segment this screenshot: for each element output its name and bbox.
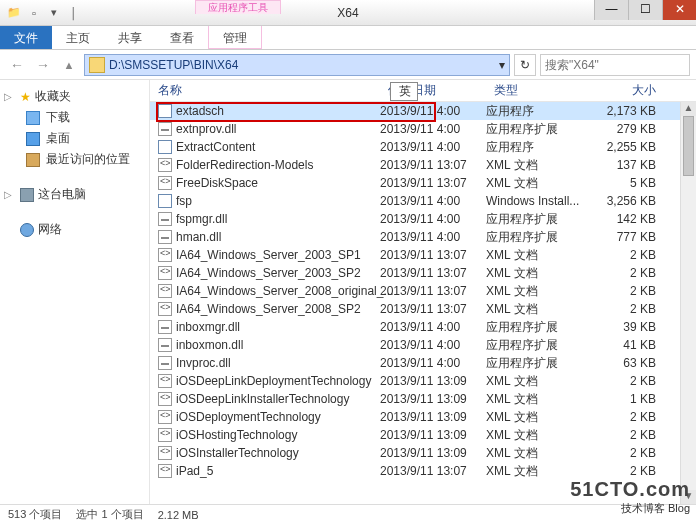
favorites-header[interactable]: ▷ ★ 收藏夹	[4, 86, 145, 107]
file-name: iOSDeepLinkDeploymentTechnology	[176, 374, 371, 388]
file-row[interactable]: IA64_Windows_Server_2003_SP22013/9/11 13…	[150, 264, 696, 282]
caret-icon: ▷	[4, 91, 16, 102]
col-size[interactable]: 大小	[596, 82, 666, 99]
sidebar-item-downloads[interactable]: 下载	[4, 107, 145, 128]
file-row[interactable]: IA64_Windows_Server_2003_SP12013/9/11 13…	[150, 246, 696, 264]
file-size: 2,173 KB	[596, 104, 666, 118]
sidebar-item-desktop[interactable]: 桌面	[4, 128, 145, 149]
file-type: XML 文档	[486, 427, 596, 444]
qat-divider: │	[66, 5, 82, 21]
address-dropdown-icon[interactable]: ▾	[499, 58, 505, 72]
watermark: 51CTO.com 技术博客 Blog	[570, 478, 690, 516]
sidebar-item-recent[interactable]: 最近访问的位置	[4, 149, 145, 170]
qat-item[interactable]: ▾	[46, 5, 62, 21]
file-type: XML 文档	[486, 391, 596, 408]
file-type: XML 文档	[486, 283, 596, 300]
file-date: 2013/9/11 13:07	[380, 176, 486, 190]
vertical-scrollbar[interactable]: ▲ ▼	[680, 102, 696, 504]
tab-share[interactable]: 共享	[104, 26, 156, 49]
file-row[interactable]: FreeDiskSpace2013/9/11 13:07XML 文档5 KB	[150, 174, 696, 192]
file-icon	[158, 320, 172, 334]
file-type: 应用程序扩展	[486, 319, 596, 336]
star-icon: ★	[20, 90, 31, 104]
column-headers: 名称 修改日期 类型 大小 英	[150, 80, 696, 102]
folder-icon: 📁	[6, 5, 22, 21]
file-row[interactable]: FolderRedirection-Models2013/9/11 13:07X…	[150, 156, 696, 174]
caret-icon: ▷	[4, 189, 16, 200]
nav-pane: ▷ ★ 收藏夹 下载 桌面 最近访问的位置 ▷ 这台电脑 网络	[0, 80, 150, 504]
tab-manage[interactable]: 管理	[208, 26, 262, 49]
file-name: IA64_Windows_Server_2008_SP2	[176, 302, 361, 316]
file-name: inboxmgr.dll	[176, 320, 240, 334]
file-row[interactable]: iOSInstallerTechnology2013/9/11 13:09XML…	[150, 444, 696, 462]
file-date: 2013/9/11 13:07	[380, 266, 486, 280]
file-icon	[158, 302, 172, 316]
file-name: iOSDeploymentTechnology	[176, 410, 321, 424]
thispc-header[interactable]: ▷ 这台电脑	[4, 184, 145, 205]
file-row[interactable]: iOSDeploymentTechnology2013/9/11 13:09XM…	[150, 408, 696, 426]
file-icon	[158, 158, 172, 172]
up-button[interactable]: ▲	[58, 54, 80, 76]
file-row[interactable]: extadsch2013/9/11 4:00应用程序2,173 KB	[150, 102, 696, 120]
thispc-label: 这台电脑	[38, 186, 86, 203]
qat-item[interactable]: ▫	[26, 5, 42, 21]
scroll-up-icon[interactable]: ▲	[681, 102, 696, 116]
file-date: 2013/9/11 13:09	[380, 374, 486, 388]
file-date: 2013/9/11 4:00	[380, 320, 486, 334]
file-name: Invproc.dll	[176, 356, 231, 370]
file-type: XML 文档	[486, 247, 596, 264]
scroll-thumb[interactable]	[683, 116, 694, 176]
file-row[interactable]: extnprov.dll2013/9/11 4:00应用程序扩展279 KB	[150, 120, 696, 138]
back-button[interactable]: ←	[6, 54, 28, 76]
close-button[interactable]: ✕	[662, 0, 696, 20]
file-row[interactable]: iOSHostingTechnology2013/9/11 13:09XML 文…	[150, 426, 696, 444]
col-name[interactable]: 名称	[150, 82, 380, 99]
file-date: 2013/9/11 13:09	[380, 392, 486, 406]
file-type: XML 文档	[486, 175, 596, 192]
network-label: 网络	[38, 221, 62, 238]
file-size: 39 KB	[596, 320, 666, 334]
search-input[interactable]	[540, 54, 690, 76]
file-row[interactable]: IA64_Windows_Server_2008_SP22013/9/11 13…	[150, 300, 696, 318]
contextual-tab-label: 应用程序工具	[195, 0, 281, 14]
file-name: iOSInstallerTechnology	[176, 446, 299, 460]
tab-view[interactable]: 查看	[156, 26, 208, 49]
file-row[interactable]: inboxmgr.dll2013/9/11 4:00应用程序扩展39 KB	[150, 318, 696, 336]
file-row[interactable]: iOSDeepLinkDeploymentTechnology2013/9/11…	[150, 372, 696, 390]
file-row[interactable]: IA64_Windows_Server_2008_original_...201…	[150, 282, 696, 300]
file-name: fsp	[176, 194, 192, 208]
file-icon	[158, 338, 172, 352]
contextual-tab: 应用程序工具	[195, 0, 281, 26]
file-date: 2013/9/11 4:00	[380, 122, 486, 136]
file-size: 2 KB	[596, 284, 666, 298]
file-date: 2013/9/11 4:00	[380, 356, 486, 370]
network-header[interactable]: 网络	[4, 219, 145, 240]
tab-home[interactable]: 主页	[52, 26, 104, 49]
forward-button[interactable]: →	[32, 54, 54, 76]
file-row[interactable]: Invproc.dll2013/9/11 4:00应用程序扩展63 KB	[150, 354, 696, 372]
file-row[interactable]: inboxmon.dll2013/9/11 4:00应用程序扩展41 KB	[150, 336, 696, 354]
file-size: 2,255 KB	[596, 140, 666, 154]
file-row[interactable]: fsp2013/9/11 4:00Windows Install...3,256…	[150, 192, 696, 210]
file-list[interactable]: extadsch2013/9/11 4:00应用程序2,173 KBextnpr…	[150, 102, 696, 504]
file-type: Windows Install...	[486, 194, 596, 208]
file-icon	[158, 194, 172, 208]
file-icon	[158, 176, 172, 190]
file-icon	[158, 266, 172, 280]
minimize-button[interactable]: —	[594, 0, 628, 20]
file-date: 2013/9/11 13:09	[380, 428, 486, 442]
file-icon	[158, 104, 172, 118]
file-row[interactable]: ExtractContent2013/9/11 4:00应用程序2,255 KB	[150, 138, 696, 156]
file-tab[interactable]: 文件	[0, 26, 52, 49]
address-bar[interactable]: D:\SMSSETUP\BIN\X64 ▾	[84, 54, 510, 76]
selected-size: 2.12 MB	[158, 509, 199, 521]
refresh-button[interactable]: ↻	[514, 54, 536, 76]
file-size: 777 KB	[596, 230, 666, 244]
col-type[interactable]: 类型	[486, 82, 596, 99]
maximize-button[interactable]: ☐	[628, 0, 662, 20]
file-name: iOSHostingTechnology	[176, 428, 297, 442]
file-row[interactable]: iOSDeepLinkInstallerTechnology2013/9/11 …	[150, 390, 696, 408]
file-row[interactable]: hman.dll2013/9/11 4:00应用程序扩展777 KB	[150, 228, 696, 246]
file-date: 2013/9/11 4:00	[380, 194, 486, 208]
file-row[interactable]: fspmgr.dll2013/9/11 4:00应用程序扩展142 KB	[150, 210, 696, 228]
